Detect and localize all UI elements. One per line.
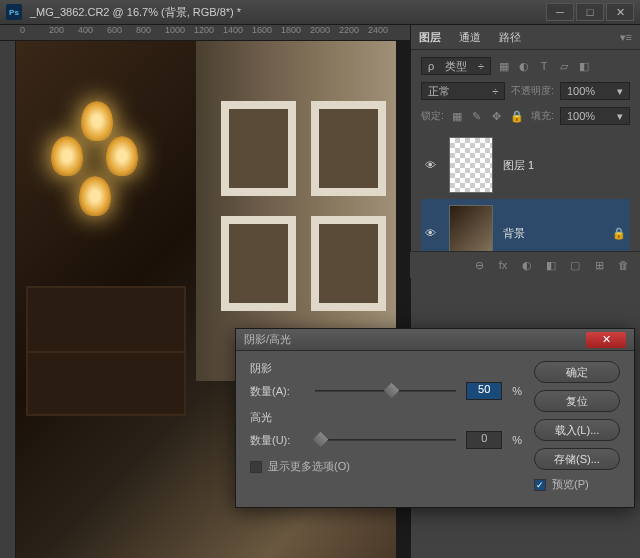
filter-adjust-icon[interactable]: ◐	[517, 59, 531, 73]
delete-icon[interactable]: 🗑	[616, 258, 630, 272]
fx-icon[interactable]: fx	[496, 258, 510, 272]
preview-label[interactable]: 预览(P)	[552, 477, 589, 492]
layer-thumbnail[interactable]	[449, 137, 493, 193]
tab-channels[interactable]: 通道	[459, 30, 481, 45]
group-icon[interactable]: ▢	[568, 258, 582, 272]
visibility-icon[interactable]: 👁	[425, 227, 439, 239]
close-button[interactable]: ✕	[606, 3, 634, 21]
shadows-amount-label: 数量(A):	[250, 384, 305, 399]
link-icon[interactable]: ⊖	[472, 258, 486, 272]
highlights-slider[interactable]	[315, 432, 456, 448]
adjustment-icon[interactable]: ◧	[544, 258, 558, 272]
percent-label: %	[512, 385, 522, 397]
title-bar: Ps _MG_3862.CR2 @ 16.7% (背景, RGB/8*) * ─…	[0, 0, 640, 25]
layers-footer: ⊖ fx ◐ ◧ ▢ ⊞ 🗑	[410, 251, 640, 278]
filter-kind-dropdown[interactable]: ρ类型÷	[421, 57, 491, 75]
reset-button[interactable]: 复位	[534, 390, 620, 412]
shadows-heading: 阴影	[250, 361, 522, 376]
panel-menu-icon[interactable]: ▾≡	[620, 31, 632, 44]
save-button[interactable]: 存储(S)...	[534, 448, 620, 470]
minimize-button[interactable]: ─	[546, 3, 574, 21]
highlights-amount-input[interactable]: 0	[466, 431, 502, 449]
opacity-label: 不透明度:	[511, 84, 554, 98]
tab-layers[interactable]: 图层	[419, 30, 441, 45]
maximize-button[interactable]: □	[576, 3, 604, 21]
lock-trans-icon[interactable]: ▦	[450, 109, 464, 123]
shadows-highlights-dialog: 阴影/高光 ✕ 阴影 数量(A): 50 % 高光 数量(U):	[235, 328, 635, 508]
lock-icon: 🔒	[612, 227, 626, 240]
shadows-slider[interactable]	[315, 383, 456, 399]
lock-paint-icon[interactable]: ✎	[470, 109, 484, 123]
fill-label: 填充:	[531, 109, 554, 123]
preview-checkbox[interactable]	[534, 479, 546, 491]
lock-move-icon[interactable]: ✥	[490, 109, 504, 123]
layer-name[interactable]: 图层 1	[503, 158, 534, 173]
more-options-checkbox[interactable]	[250, 461, 262, 473]
tab-paths[interactable]: 路径	[499, 30, 521, 45]
load-button[interactable]: 载入(L)...	[534, 419, 620, 441]
document-title: _MG_3862.CR2 @ 16.7% (背景, RGB/8*) *	[30, 5, 546, 20]
visibility-icon[interactable]: 👁	[425, 159, 439, 171]
layer-item[interactable]: 👁 图层 1	[421, 131, 630, 199]
dialog-titlebar[interactable]: 阴影/高光 ✕	[236, 329, 634, 351]
layer-name[interactable]: 背景	[503, 226, 525, 241]
layers-list: 👁 图层 1 👁 背景 🔒	[421, 131, 630, 267]
dialog-title: 阴影/高光	[244, 332, 291, 347]
ruler-horizontal[interactable]: 0 200 400 600 800 1000 1200 1400 1600 18…	[0, 25, 410, 41]
opacity-input[interactable]: 100%▾	[560, 82, 630, 100]
more-options-label[interactable]: 显示更多选项(O)	[268, 459, 350, 474]
ok-button[interactable]: 确定	[534, 361, 620, 383]
highlights-amount-label: 数量(U):	[250, 433, 305, 448]
highlights-heading: 高光	[250, 410, 522, 425]
lock-label: 锁定:	[421, 109, 444, 123]
fill-input[interactable]: 100%▾	[560, 107, 630, 125]
percent-label: %	[512, 434, 522, 446]
filter-image-icon[interactable]: ▦	[497, 59, 511, 73]
lock-all-icon[interactable]: 🔒	[510, 109, 524, 123]
shadows-amount-input[interactable]: 50	[466, 382, 502, 400]
ruler-vertical[interactable]	[0, 41, 16, 558]
filter-text-icon[interactable]: T	[537, 59, 551, 73]
blend-mode-dropdown[interactable]: 正常÷	[421, 82, 505, 100]
filter-shape-icon[interactable]: ▱	[557, 59, 571, 73]
app-icon: Ps	[6, 4, 22, 20]
new-layer-icon[interactable]: ⊞	[592, 258, 606, 272]
mask-icon[interactable]: ◐	[520, 258, 534, 272]
panel-tabs: 图层 通道 路径 ▾≡	[411, 25, 640, 50]
dialog-close-button[interactable]: ✕	[586, 332, 626, 348]
filter-smart-icon[interactable]: ◧	[577, 59, 591, 73]
